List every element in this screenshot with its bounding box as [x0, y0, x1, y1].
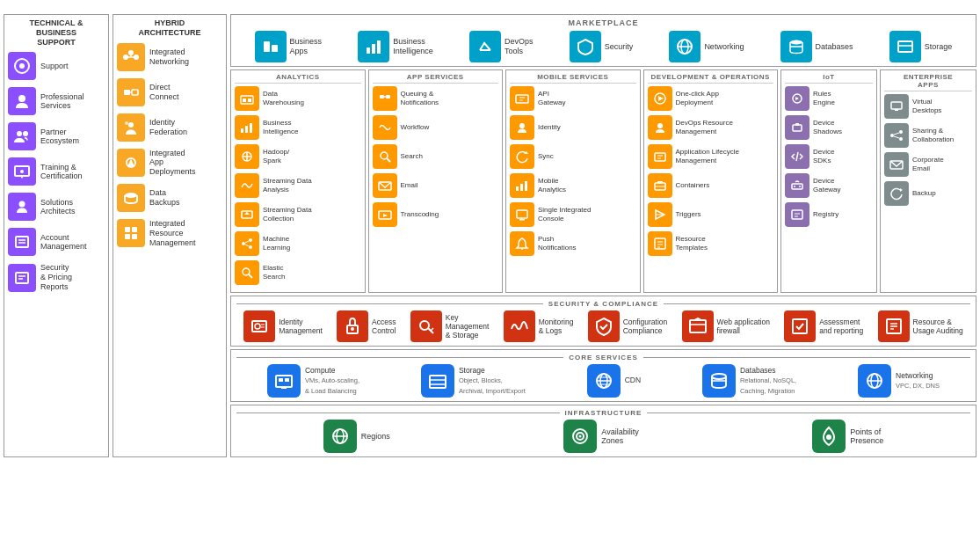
device-sdks-icon: [785, 144, 809, 169]
hybrid-item-identity-federation[interactable]: IdentityFederation: [117, 113, 222, 142]
mobile-sync[interactable]: Sync: [510, 144, 636, 169]
infra-regions[interactable]: Regions: [323, 420, 390, 453]
svg-rect-101: [792, 210, 802, 219]
hybrid-item-direct-connect[interactable]: DirectConnect: [117, 78, 222, 106]
mobile-push[interactable]: PushNotifications: [510, 231, 636, 256]
support-icon: [8, 52, 36, 80]
svg-rect-60: [380, 95, 384, 99]
mkt-security[interactable]: Security: [570, 31, 634, 62]
devops-resource-mgmt[interactable]: DevOps ResourceManagement: [648, 115, 774, 140]
analytics-streaming-analysis[interactable]: Streaming DataAnalysis: [235, 173, 361, 198]
sec-usage-auditing[interactable]: Resource &Usage Auditing: [878, 310, 963, 342]
mkt-databases[interactable]: Databases: [780, 31, 853, 62]
sidebar-item-solutions[interactable]: SolutionsArchitects: [8, 193, 105, 221]
sec-waf[interactable]: Web applicationfirewall: [682, 310, 770, 342]
enterprise-virtual-desktops[interactable]: VirtualDesktops: [884, 94, 972, 119]
svg-point-54: [249, 238, 252, 242]
devops-oneclick[interactable]: One-click AppDeployment: [648, 86, 774, 111]
svg-point-115: [255, 324, 260, 329]
devops-triggers[interactable]: Triggers: [648, 202, 774, 227]
mkt-business-apps[interactable]: BusinessApps: [255, 31, 323, 62]
mkt-security-icon: [570, 31, 601, 62]
analytics-elastic-search[interactable]: ElasticSearch: [235, 260, 361, 285]
sec-assessment[interactable]: Assessmentand reporting: [784, 310, 863, 342]
sidebar-item-security-pricing[interactable]: Security& PricingReports: [8, 263, 105, 291]
config-compliance-label: ConfigurationCompliance: [623, 318, 668, 335]
sec-monitoring[interactable]: Monitoring& Logs: [504, 310, 574, 342]
infra-section: INFRASTRUCTURE Regions Availabil: [230, 405, 976, 457]
infra-availability-zones[interactable]: AvailabilityZones: [563, 420, 638, 453]
analytics-business-intelligence[interactable]: BusinessIntelligence: [235, 115, 361, 140]
registry-icon: [785, 202, 809, 227]
enterprise-email[interactable]: CorporateEmail: [884, 152, 972, 177]
core-networking[interactable]: NetworkingVPC, DX, DNS: [858, 364, 940, 398]
hybrid-item-integrated-networking[interactable]: IntegratedNetworking: [117, 43, 222, 71]
mkt-business-intelligence[interactable]: BusinessIntelligence: [358, 31, 433, 62]
sidebar-item-support[interactable]: Support: [8, 52, 105, 80]
iot-rules-engine[interactable]: RulesEngine: [785, 86, 873, 111]
compute-icon: [267, 364, 301, 398]
backup-label: Backup: [912, 189, 936, 198]
mobile-api-gateway[interactable]: APIGateway: [510, 86, 636, 111]
app-transcoding[interactable]: Transcoding: [373, 202, 499, 227]
identity-mgmt-label: IdentityManagement: [279, 318, 323, 335]
iot-device-shadows[interactable]: DeviceShadows: [785, 115, 873, 140]
iot-device-sdks[interactable]: DeviceSDKs: [785, 144, 873, 169]
sec-access-control[interactable]: AccessControl: [337, 310, 396, 342]
app-workflow[interactable]: Workflow: [373, 115, 499, 140]
partner-label: PartnerEcosystem: [40, 128, 79, 147]
infra-title: INFRASTRUCTURE: [560, 409, 648, 417]
devops-containers[interactable]: Containers: [648, 173, 774, 198]
core-storage[interactable]: StorageObject, Blocks,Archival, Import/E…: [421, 364, 526, 398]
app-email[interactable]: Email: [373, 173, 499, 198]
usage-auditing-icon: [878, 310, 910, 342]
sec-identity-mgmt[interactable]: IdentityManagement: [243, 310, 323, 342]
analytics-streaming-collection[interactable]: Streaming DataCollection: [235, 202, 361, 227]
mkt-storage[interactable]: Storage: [889, 31, 953, 62]
core-databases[interactable]: DatabasesRelational, NoSQL,Caching, Migr…: [702, 364, 796, 398]
sec-key-mgmt[interactable]: KeyManagement& Storage: [410, 310, 490, 342]
sec-config-compliance[interactable]: ConfigurationCompliance: [588, 310, 668, 342]
core-items: ComputeVMs, Auto-scaling,& Load Balancin…: [236, 364, 970, 398]
middle-row: ANALYTICS DataWarehousing BusinessIntell…: [230, 69, 976, 293]
svg-line-97: [796, 152, 798, 161]
hybrid-title: HYBRIDARCHITECTURE: [117, 18, 222, 38]
sidebar-item-professional[interactable]: ProfessionalServices: [8, 87, 105, 115]
devops-alm[interactable]: Application LifecycleManagement: [648, 144, 774, 169]
svg-point-63: [381, 152, 388, 159]
enterprise-backup[interactable]: Backup: [884, 181, 972, 206]
push-notifications-icon: [510, 231, 534, 256]
analytics-ml[interactable]: MachineLearning: [235, 231, 361, 256]
mobile-single-console[interactable]: Single IntegratedConsole: [510, 202, 636, 227]
enterprise-sharing[interactable]: Sharing &Collaboration: [884, 123, 972, 148]
app-queuing[interactable]: Queuing &Notifications: [373, 86, 499, 111]
iot-registry[interactable]: Registry: [785, 202, 873, 227]
iot-device-gateway[interactable]: DeviceGateway: [785, 173, 873, 198]
usage-auditing-label: Resource &Usage Auditing: [913, 318, 963, 335]
app-search[interactable]: Search: [373, 144, 499, 169]
hybrid-item-integrated-resource[interactable]: IntegratedResourceManagement: [117, 219, 222, 247]
sidebar-item-account[interactable]: AccountManagement: [8, 228, 105, 256]
devops-resource-templates[interactable]: ResourceTemplates: [648, 231, 774, 256]
analytics-data-warehousing[interactable]: DataWarehousing: [235, 86, 361, 111]
core-compute[interactable]: ComputeVMs, Auto-scaling,& Load Balancin…: [267, 364, 359, 398]
sidebar-item-training[interactable]: Training &Certification: [8, 157, 105, 186]
data-backups-icon: [117, 184, 145, 212]
svg-rect-77: [519, 219, 525, 221]
main-container: TECHNICAL &BUSINESSSUPPORT Support Profe…: [0, 0, 980, 461]
waf-label: Web applicationfirewall: [717, 318, 770, 335]
mobile-identity[interactable]: Identity: [510, 115, 636, 140]
mkt-devops[interactable]: DevOpsTools: [469, 31, 534, 62]
hybrid-item-data-backups[interactable]: DataBackups: [117, 184, 222, 212]
mobile-analytics[interactable]: MobileAnalytics: [510, 173, 636, 198]
svg-rect-74: [520, 184, 523, 191]
analytics-hadoop[interactable]: Hadoop/Spark: [235, 144, 361, 169]
sync-icon: [510, 144, 534, 169]
core-cdn[interactable]: CDN: [587, 364, 641, 398]
sidebar-item-partner[interactable]: PartnerEcosystem: [8, 122, 105, 150]
infra-pop[interactable]: Points ofPresence: [812, 420, 883, 453]
api-gateway-label: APIGateway: [538, 90, 566, 106]
mkt-networking[interactable]: Networking: [669, 31, 744, 62]
core-networking-icon: [858, 364, 891, 398]
hybrid-item-integrated-app[interactable]: IntegratedAppDeployments: [117, 149, 222, 177]
